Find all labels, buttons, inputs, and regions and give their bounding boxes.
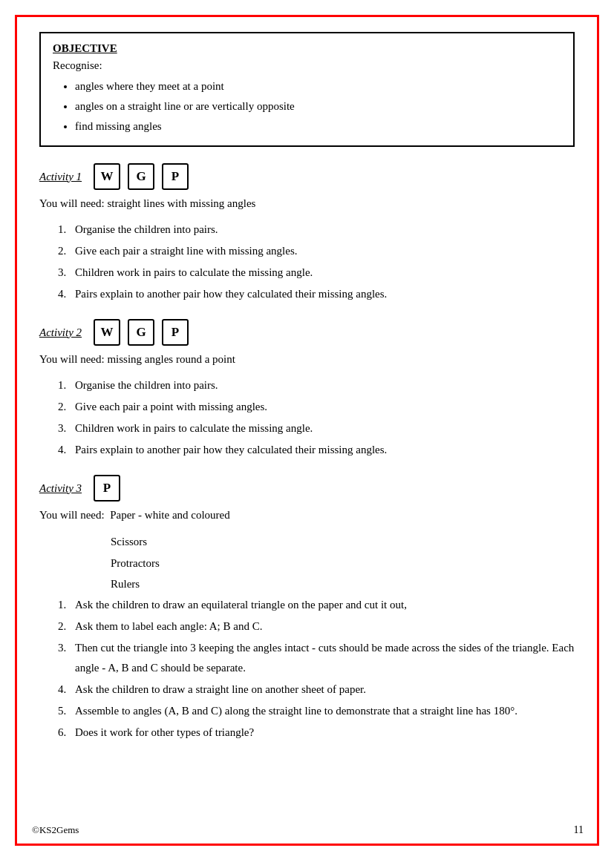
activity3-step-2: Ask them to label each angle: A; B and C… bbox=[69, 617, 575, 637]
outer-border: OBJECTIVE Recognise: angles where they m… bbox=[15, 15, 599, 846]
objective-item-1: angles where they meet at a point bbox=[75, 76, 561, 96]
activity2-badge-p: P bbox=[162, 319, 189, 346]
activity2-badge-w: W bbox=[94, 319, 120, 346]
activity2-section: Activity 2 W G P You will need: missing … bbox=[39, 319, 575, 460]
page: OBJECTIVE Recognise: angles where they m… bbox=[0, 0, 614, 868]
activity1-step-4: Pairs explain to another pair how they c… bbox=[69, 284, 575, 304]
activity1-you-will-need: You will need: straight lines with missi… bbox=[39, 194, 575, 212]
activity3-supplies-main: Paper - white and coloured bbox=[110, 509, 230, 521]
activity1-label: Activity 1 bbox=[39, 171, 82, 183]
objective-item-2: angles on a straight line or are vertica… bbox=[75, 96, 561, 116]
activity2-badge-g: G bbox=[128, 319, 154, 346]
activity3-you-will-need: You will need: Paper - white and coloure… bbox=[39, 506, 575, 524]
activity2-label: Activity 2 bbox=[39, 326, 82, 339]
activity3-supply-3: Rulers bbox=[111, 573, 575, 595]
activity2-you-will-need: You will need: missing angles round a po… bbox=[39, 350, 575, 368]
activity1-badge-g: G bbox=[128, 163, 154, 190]
activity2-step-4: Pairs explain to another pair how they c… bbox=[69, 440, 575, 460]
activity3-badge-p: P bbox=[94, 475, 120, 502]
objective-box: OBJECTIVE Recognise: angles where they m… bbox=[39, 32, 575, 147]
objective-title: OBJECTIVE bbox=[53, 42, 561, 55]
activity2-step-2: Give each pair a point with missing angl… bbox=[69, 397, 575, 417]
activity3-supplies: Scissors Protractors Rulers bbox=[39, 531, 575, 595]
activity3-step-1: Ask the children to draw an equilateral … bbox=[69, 595, 575, 615]
activity1-header: Activity 1 W G P bbox=[39, 163, 575, 190]
activity1-section: Activity 1 W G P You will need: straight… bbox=[39, 163, 575, 304]
activity1-badge-w: W bbox=[94, 163, 120, 190]
activity3-step-6: Does it work for other types of triangle… bbox=[69, 723, 575, 743]
activity3-supply-1: Scissors bbox=[111, 531, 575, 553]
activity2-step-3: Children work in pairs to calculate the … bbox=[69, 418, 575, 438]
activity3-label: Activity 3 bbox=[39, 482, 82, 495]
activity1-step-1: Organise the children into pairs. bbox=[69, 220, 575, 240]
activity3-step-5: Assemble to angles (A, B and C) along th… bbox=[69, 701, 575, 721]
activity3-step-3: Then cut the triangle into 3 keeping the… bbox=[69, 638, 575, 678]
recognise-label: Recognise: bbox=[53, 59, 561, 72]
activity2-header: Activity 2 W G P bbox=[39, 319, 575, 346]
activity2-list: Organise the children into pairs. Give e… bbox=[39, 375, 575, 460]
objective-list: angles where they meet at a point angles… bbox=[53, 76, 561, 137]
objective-item-3: find missing angles bbox=[75, 116, 561, 137]
activity3-supply-2: Protractors bbox=[111, 553, 575, 574]
activity3-header: Activity 3 P bbox=[39, 475, 575, 502]
activity1-list: Organise the children into pairs. Give e… bbox=[39, 220, 575, 304]
activity1-step-3: Children work in pairs to calculate the … bbox=[69, 263, 575, 283]
activity1-badge-p: P bbox=[162, 163, 189, 190]
activity3-step-4: Ask the children to draw a straight line… bbox=[69, 680, 575, 700]
activity2-step-1: Organise the children into pairs. bbox=[69, 375, 575, 395]
activity3-section: Activity 3 P You will need: Paper - whit… bbox=[39, 475, 575, 743]
activity3-list: Ask the children to draw an equilateral … bbox=[39, 595, 575, 743]
activity1-step-2: Give each pair a straight line with miss… bbox=[69, 241, 575, 261]
page-number: 11 bbox=[574, 824, 584, 836]
activity3-you-will-need-label: You will need: bbox=[39, 509, 105, 521]
copyright: ©KS2Gems bbox=[32, 824, 79, 836]
